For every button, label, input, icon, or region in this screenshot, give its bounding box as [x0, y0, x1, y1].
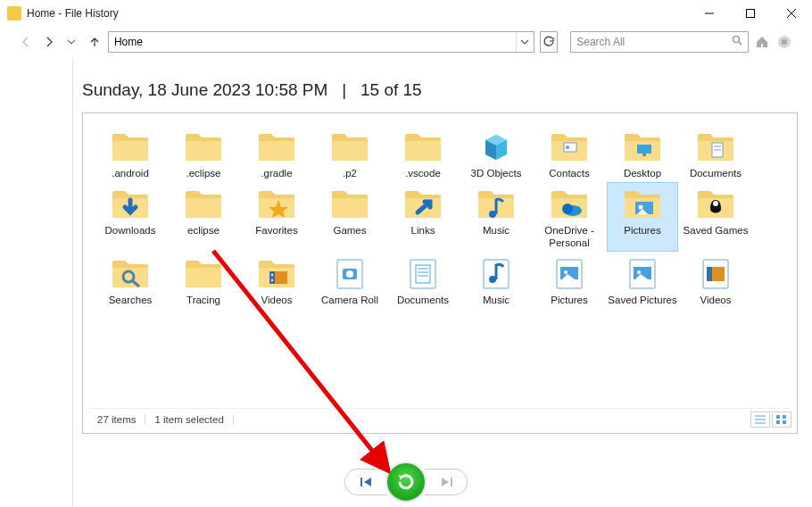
- item-onedrive-personal[interactable]: OneDrive - Personal: [534, 183, 604, 251]
- address-input[interactable]: [109, 32, 516, 52]
- folder-icon: [183, 129, 224, 165]
- forward-button[interactable]: [39, 30, 59, 54]
- svg-rect-1: [747, 10, 755, 18]
- item-label: 3D Objects: [471, 167, 522, 179]
- item-saved-games[interactable]: Saved Games: [681, 183, 750, 251]
- item-videos[interactable]: Videos: [242, 253, 311, 308]
- toolbar: Search All: [0, 27, 812, 57]
- item-pictures[interactable]: Pictures: [534, 253, 604, 308]
- svg-rect-9: [637, 145, 651, 154]
- item-tracing[interactable]: Tracing: [169, 253, 238, 308]
- restore-button[interactable]: [387, 463, 425, 501]
- prev-version-button[interactable]: [344, 469, 387, 495]
- item-label: .eclipse: [186, 167, 221, 179]
- item-label: Contacts: [549, 167, 589, 179]
- item-music[interactable]: Music: [461, 253, 531, 308]
- item--vscode[interactable]: .vscode: [388, 126, 458, 181]
- item-label: Pictures: [624, 224, 661, 237]
- item-downloads[interactable]: Downloads: [95, 183, 165, 251]
- svg-point-17: [562, 204, 573, 214]
- folder-3d-icon: [476, 129, 517, 165]
- item-label: Tracing: [186, 294, 220, 306]
- item-grid: .android.eclipse.gradle.p2.vscode3D Obje…: [83, 113, 797, 308]
- item-label: Desktop: [624, 167, 661, 179]
- svg-rect-52: [783, 420, 786, 424]
- close-button[interactable]: [771, 0, 812, 27]
- item-contacts[interactable]: Contacts: [534, 126, 604, 181]
- item-label: Music: [483, 224, 510, 237]
- item-label: .gradle: [261, 167, 292, 179]
- address-bar[interactable]: [108, 31, 534, 53]
- address-dropdown-icon[interactable]: [516, 32, 534, 52]
- svg-rect-26: [275, 271, 287, 284]
- folder-video-icon: [256, 256, 297, 292]
- item-label: Videos: [261, 294, 293, 306]
- svg-rect-10: [642, 154, 646, 156]
- item--gradle[interactable]: .gradle: [242, 126, 311, 181]
- svg-point-8: [566, 145, 569, 149]
- item-label: Documents: [397, 294, 449, 306]
- item-label: Downloads: [105, 224, 156, 237]
- folder-icon: [183, 256, 224, 292]
- lib-music-icon: [476, 256, 517, 292]
- window-title: Home - File History: [27, 7, 119, 20]
- maximize-button[interactable]: [730, 0, 771, 27]
- search-icon: [732, 35, 742, 48]
- folder-icon: [110, 129, 151, 165]
- item-eclipse[interactable]: eclipse: [169, 183, 238, 251]
- item-saved-pictures[interactable]: Saved Pictures: [608, 253, 677, 308]
- item-searches[interactable]: Searches: [95, 253, 165, 308]
- svg-rect-45: [712, 267, 725, 281]
- item-videos[interactable]: Videos: [681, 253, 750, 308]
- view-icons-icon[interactable]: [772, 411, 791, 428]
- content-frame: .android.eclipse.gradle.p2.vscode3D Obje…: [82, 112, 798, 434]
- folder-icon: [402, 129, 443, 165]
- svg-point-39: [564, 270, 568, 274]
- item-label: Camera Roll: [321, 294, 378, 306]
- item-label: Games: [333, 224, 366, 237]
- item-documents[interactable]: Documents: [681, 126, 750, 181]
- search-input[interactable]: Search All: [570, 31, 749, 53]
- item-pictures[interactable]: Pictures: [608, 183, 677, 251]
- home-icon[interactable]: [754, 32, 770, 52]
- item-3d-objects[interactable]: 3D Objects: [461, 126, 531, 181]
- snapshot-position: 15 of 15: [360, 80, 422, 99]
- svg-rect-31: [416, 265, 430, 283]
- svg-rect-23: [269, 271, 275, 284]
- sidebar-panel: [0, 59, 73, 507]
- lib-pics-icon: [622, 256, 663, 292]
- item--p2[interactable]: .p2: [315, 126, 385, 181]
- refresh-button[interactable]: [540, 31, 558, 53]
- svg-rect-49: [776, 415, 780, 419]
- item--android[interactable]: .android: [95, 126, 165, 181]
- folder-music-icon: [476, 187, 517, 222]
- item-links[interactable]: Links: [388, 183, 458, 251]
- view-details-icon[interactable]: [750, 411, 770, 428]
- svg-rect-53: [360, 478, 362, 486]
- item-label: Saved Games: [684, 224, 749, 237]
- item-camera-roll[interactable]: Camera Roll: [315, 253, 385, 308]
- folder-fav-icon: [256, 187, 297, 222]
- item-label: Favorites: [255, 224, 297, 237]
- item-documents[interactable]: Documents: [388, 253, 458, 308]
- item-label: Videos: [700, 294, 732, 306]
- svg-point-4: [733, 37, 740, 43]
- svg-rect-44: [707, 267, 712, 281]
- folder-download-icon: [110, 187, 151, 222]
- up-button[interactable]: [85, 30, 104, 54]
- folder-desktop-icon: [622, 129, 663, 165]
- gear-icon[interactable]: [776, 32, 792, 52]
- item-games[interactable]: Games: [315, 183, 385, 251]
- back-button[interactable]: [16, 30, 36, 54]
- next-version-button[interactable]: [425, 469, 468, 495]
- item-music[interactable]: Music: [461, 183, 531, 251]
- minimize-button[interactable]: [689, 0, 730, 27]
- item-label: Searches: [109, 294, 153, 306]
- recent-dropdown-icon[interactable]: [62, 30, 81, 54]
- svg-rect-51: [776, 420, 780, 424]
- item-desktop[interactable]: Desktop: [608, 126, 677, 181]
- item-favorites[interactable]: Favorites: [242, 183, 311, 251]
- item--eclipse[interactable]: .eclipse: [169, 126, 238, 181]
- lib-doc-icon: [402, 256, 443, 292]
- lib-camera-icon: [329, 256, 370, 292]
